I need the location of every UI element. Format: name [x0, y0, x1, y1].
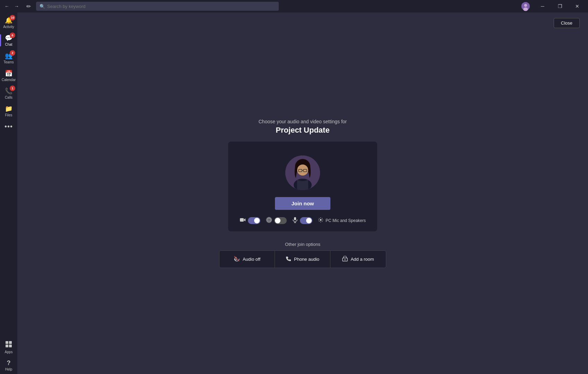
sidebar-item-label: Calendar [2, 78, 16, 82]
audio-off-label: Audio off [243, 257, 260, 262]
svg-rect-4 [9, 341, 12, 344]
svg-point-2 [523, 7, 528, 11]
forward-button[interactable]: → [12, 2, 21, 10]
video-toggle[interactable] [248, 217, 260, 224]
other-options-buttons: Audio off Phone audio [219, 250, 386, 268]
title-bar: ← → ✏ 🔍 ─ ❐ ✕ [0, 0, 588, 12]
apps-icon [5, 341, 12, 349]
join-area: Choose your audio and video settings for… [17, 12, 588, 374]
blur-toggle[interactable] [274, 217, 287, 224]
chat-badge: 6 [10, 33, 15, 38]
sidebar-item-label: Help [5, 367, 12, 371]
phone-audio-button[interactable]: Phone audio [275, 251, 330, 268]
svg-point-16 [267, 218, 271, 222]
svg-rect-6 [9, 345, 12, 347]
mic-icon [292, 217, 298, 224]
blur-control [266, 217, 287, 224]
activity-badge: 10 [10, 15, 15, 20]
video-control [240, 217, 260, 224]
sidebar-item-calendar[interactable]: 📅 Calendar [0, 67, 17, 84]
close-overlay: Close [554, 18, 580, 28]
sidebar-item-label: Apps [5, 350, 13, 354]
svg-rect-5 [6, 345, 8, 347]
calendar-icon: 📅 [5, 70, 12, 77]
calls-badge: 1 [10, 86, 15, 91]
avatar-circle [521, 1, 530, 11]
svg-point-1 [524, 4, 527, 7]
video-toggle-knob [254, 218, 260, 223]
other-options-area: Other join options Audio off [219, 242, 386, 268]
sidebar: 🔔 10 Activity 💬 6 Chat 👥 2 Teams 📅 Calen… [0, 12, 17, 374]
activity-icon: 🔔 10 [5, 17, 12, 24]
files-icon: 📁 [5, 105, 12, 113]
svg-point-9 [297, 164, 308, 176]
audio-label: PC Mic and Speakers [326, 218, 366, 223]
controls-row: PC Mic and Speakers [240, 217, 366, 224]
chat-icon: 💬 6 [5, 34, 12, 42]
sidebar-item-chat[interactable]: 💬 6 Chat [0, 32, 17, 49]
add-room-label: Add a room [351, 257, 374, 262]
svg-rect-14 [240, 218, 244, 222]
window-close-button[interactable]: ✕ [569, 0, 585, 12]
teams-icon: 👥 2 [5, 52, 12, 60]
settings-icon [318, 217, 323, 224]
sidebar-item-label: Teams [3, 60, 14, 64]
svg-point-15 [268, 219, 270, 221]
other-options-label: Other join options [285, 242, 320, 247]
search-input[interactable] [47, 4, 275, 9]
back-button[interactable]: ← [3, 2, 11, 10]
sidebar-item-teams[interactable]: 👥 2 Teams [0, 49, 17, 67]
meeting-subtitle: Choose your audio and video settings for [259, 119, 347, 124]
user-avatar-preview [285, 155, 320, 190]
app-body: 🔔 10 Activity 💬 6 Chat 👥 2 Teams 📅 Calen… [0, 12, 588, 374]
sidebar-item-label: Chat [5, 43, 12, 46]
restore-button[interactable]: ❐ [552, 0, 568, 12]
nav-buttons: ← → [3, 2, 21, 10]
svg-point-21 [320, 219, 321, 221]
teams-badge: 2 [10, 50, 15, 56]
blur-toggle-knob [275, 218, 280, 223]
main-content: Close Choose your audio and video settin… [17, 12, 588, 374]
mic-control [292, 217, 312, 224]
sidebar-item-label: Calls [5, 96, 12, 99]
sidebar-item-more[interactable]: ••• [0, 120, 17, 133]
add-room-icon [342, 256, 348, 262]
audio-off-icon [234, 256, 240, 263]
close-meeting-button[interactable]: Close [554, 18, 580, 28]
calls-icon: 📞 1 [5, 87, 12, 95]
phone-audio-label: Phone audio [294, 257, 319, 262]
mic-toggle-knob [306, 218, 312, 223]
minimize-button[interactable]: ─ [535, 0, 551, 12]
avatar-svg [285, 155, 320, 190]
compose-button[interactable]: ✏ [24, 1, 33, 11]
join-now-button[interactable]: Join now [275, 197, 330, 210]
phone-audio-icon [286, 256, 291, 262]
sidebar-item-files[interactable]: 📁 Files [0, 102, 17, 120]
audio-off-button[interactable]: Audio off [219, 251, 275, 268]
sidebar-item-calls[interactable]: 📞 1 Calls [0, 84, 17, 102]
sidebar-item-label: Activity [3, 25, 14, 29]
user-avatar[interactable] [521, 1, 530, 11]
sidebar-item-label: Files [5, 113, 12, 117]
svg-point-25 [345, 259, 346, 260]
svg-rect-3 [6, 341, 8, 344]
mic-toggle[interactable] [300, 217, 312, 224]
meeting-title-area: Choose your audio and video settings for… [259, 119, 347, 135]
search-icon: 🔍 [40, 4, 45, 9]
title-bar-right: ─ ❐ ✕ [521, 0, 585, 12]
meeting-title: Project Update [259, 126, 347, 135]
sidebar-item-activity[interactable]: 🔔 10 Activity [0, 14, 17, 32]
preview-card: Join now [228, 142, 377, 231]
sidebar-item-help[interactable]: ? Help [0, 357, 17, 374]
blur-icon [266, 217, 272, 224]
video-icon [240, 217, 246, 224]
svg-rect-18 [294, 217, 296, 220]
sidebar-item-apps[interactable]: Apps [0, 338, 17, 357]
search-bar[interactable]: 🔍 [36, 2, 279, 11]
more-icon: ••• [5, 123, 13, 131]
audio-settings: PC Mic and Speakers [318, 217, 366, 224]
help-icon: ? [7, 359, 11, 367]
add-room-button[interactable]: Add a room [330, 251, 386, 268]
